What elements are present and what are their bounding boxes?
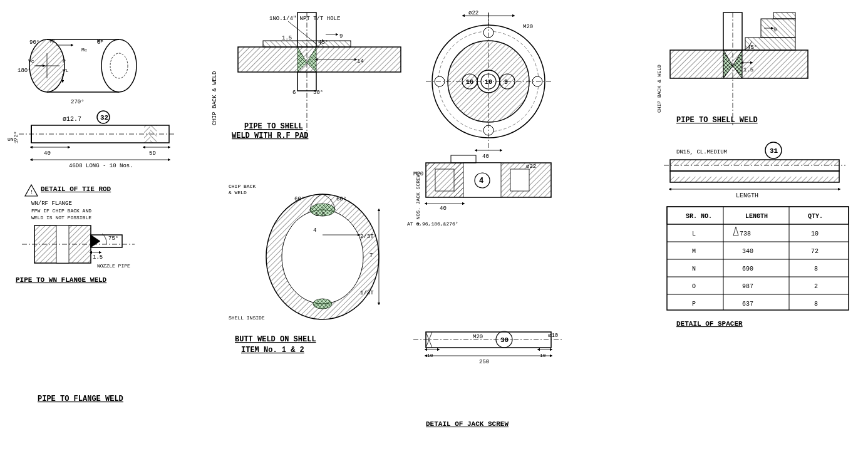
pipe-wn-flange: WN/RF FLANGE FPW IF CHIP BACK AND WELD I…: [16, 200, 135, 284]
phi22-right: ø22: [526, 163, 536, 170]
row-p-qty: 8: [814, 301, 818, 308]
svg-point-44: [282, 210, 363, 304]
rf-pad-title2: WELD WITH R.F PAD: [232, 132, 308, 140]
dim-length: 46D8 LONG - 10 Nos.: [69, 163, 133, 169]
dim-9-rf: 9: [339, 33, 343, 39]
angle-30: 30°: [313, 90, 323, 96]
svg-rect-93: [773, 13, 795, 19]
tie-rod-drawing: ø12.7 32 40 5D 46D8 LONG - 10 Nos. 1/2" …: [8, 111, 175, 169]
chip-back-butt1: CHIP BACK: [229, 184, 256, 189]
row-o-len: 987: [742, 283, 753, 290]
item-30: 30: [500, 336, 509, 344]
length-label: LENGTH: [736, 192, 758, 199]
svg-point-7: [101, 39, 137, 92]
svg-rect-69: [451, 155, 476, 163]
jack-angle-label: AT 6,96,186,&276°: [407, 221, 458, 227]
dia-label: ø12.7: [63, 116, 81, 123]
tie-rod-title: ! DETAIL OF TIE ROD: [25, 185, 111, 196]
chip-back-label-top: CHIP BACK & WELD: [212, 71, 218, 125]
label-p: P: [63, 58, 66, 64]
row-p-len: 637: [742, 301, 753, 308]
row-n-len: 690: [742, 266, 753, 272]
angle-60-top: 60°: [294, 196, 304, 202]
label-270: 270°: [71, 99, 85, 105]
svg-rect-71: [510, 169, 529, 191]
pipe-flange-title-text: PIPE TO FLANGE WELD: [38, 395, 123, 403]
dim-5d: 5D: [149, 150, 156, 157]
jack-screw-title-text: DETAIL OF JACK SCREW: [426, 420, 509, 428]
svg-point-48: [313, 299, 332, 309]
label-unc: UNC: [8, 137, 17, 142]
m20-top: M20: [523, 24, 533, 30]
row-l-qty: 10: [811, 230, 819, 237]
spacer-detail: DN15, CL.MEDIUM 31 LENGTH: [664, 142, 849, 328]
wn-rf-label: WN/RF FLANGE: [31, 200, 72, 207]
label-ml: ML: [50, 38, 56, 44]
dim-40-jack: 40: [482, 153, 489, 160]
svg-marker-29: [91, 235, 100, 247]
item-10: 10: [485, 79, 492, 86]
fpw-label2: WELD IS NOT POSSIBLE: [31, 215, 91, 220]
tie-rod-title-text: DETAIL OF TIE ROD: [41, 185, 111, 193]
angle-45-right: 45°: [747, 44, 757, 51]
row-o-qty: 2: [814, 283, 818, 290]
item-9: 9: [504, 79, 508, 86]
dim-6: 6: [292, 90, 296, 96]
dim-1-5: 1.5: [93, 254, 103, 261]
dim-4-butt: 4: [313, 227, 316, 234]
header-srno: SR. NO.: [686, 213, 712, 220]
angle-45-rf: 45°: [318, 39, 328, 46]
row-l-len: 738: [740, 230, 751, 237]
svg-rect-101: [670, 177, 839, 182]
nozzle-label: NOZZLE PIPE: [97, 263, 130, 269]
dim-t: T: [369, 252, 373, 259]
jack-screw: 16 10 9 ø22 M20 40: [407, 10, 564, 365]
npt-hole-label: 1NO.1/4" NPT T/T HOLE: [269, 16, 340, 22]
svg-marker-112: [733, 227, 738, 236]
pipe-shell-title: PIPE TO SHELL WELD: [676, 116, 758, 125]
svg-point-11: [110, 53, 128, 78]
pipe-shell-rf: CHIP BACK & WELD 1NO.1/4" NPT T/T HOLE 4…: [212, 13, 401, 140]
pipe-shell-weld-right: CHIP BACK & WELD 45° 9 1.5 PIPE TO SHELL…: [656, 13, 808, 125]
dim-2-3t: 2/3T: [360, 234, 374, 240]
spacer-title: DETAIL OF SPACER: [676, 320, 743, 328]
dn15-label: DN15, CL.MEDIUM: [676, 149, 727, 155]
shell-inside: SHELL INSIDE: [229, 315, 265, 321]
jack-screws-label: 4 NOS. JACK SCREWS: [415, 171, 421, 225]
svg-rect-20: [150, 125, 157, 143]
label-mc: Mc: [81, 47, 88, 53]
angle-75: 75°: [108, 236, 118, 242]
m20-stud: M20: [473, 334, 483, 340]
wn-flange-title: PIPE TO WN FLANGE WELD: [16, 276, 107, 284]
row-n-sr: N: [692, 266, 696, 272]
fpw-label1: FPW IF CHIP BACK AND: [31, 208, 91, 214]
label-90: 90°: [29, 39, 39, 46]
item-32: 32: [100, 114, 108, 122]
svg-rect-76: [426, 332, 551, 348]
phi10: ø10: [548, 333, 558, 339]
dim-1-3t: 1/3T: [360, 290, 374, 296]
chip-back-right: CHIP BACK & WELD: [656, 65, 662, 113]
dim-1-5-rf: 1.5: [282, 35, 292, 41]
dim-10-left: 10: [427, 353, 433, 358]
header-qty: QTY.: [808, 213, 823, 220]
label-vc: Vc: [28, 58, 34, 64]
label-vl: VL: [63, 68, 69, 73]
butt-weld-title1: BUTT WELD ON SHELL: [235, 335, 316, 344]
dim-14: 14: [357, 58, 364, 65]
svg-rect-40: [263, 41, 351, 47]
item-31: 31: [770, 147, 778, 155]
jack-screw-title: DETAIL OF JACK SCREW: [426, 420, 509, 428]
pipe-flange-title: PIPE TO FLANGE WELD: [38, 395, 123, 403]
dim-40-side: 40: [440, 205, 447, 212]
dim-phi22-top: ø22: [468, 10, 478, 16]
butt-weld: CHIP BACK & WELD SHELL INSIDE 60° 60° 1.…: [229, 184, 379, 355]
row-m-qty: 72: [811, 248, 819, 255]
butt-weld-title2: ITEM No. 1 & 2: [241, 346, 304, 355]
svg-rect-100: [670, 160, 839, 165]
header-length: LENGTH: [745, 213, 768, 220]
dim-9-right: 9: [773, 27, 777, 33]
row-m-len: 340: [742, 248, 753, 255]
dim-250: 250: [479, 359, 489, 365]
label-180: 180°: [18, 68, 31, 74]
